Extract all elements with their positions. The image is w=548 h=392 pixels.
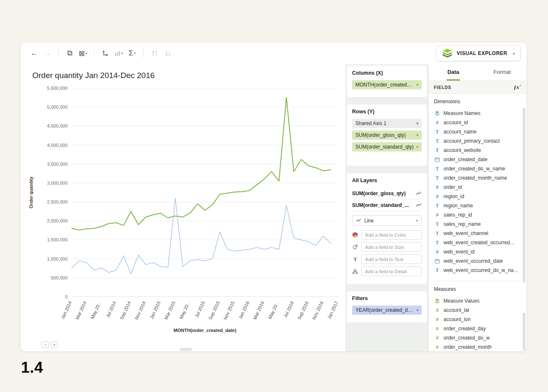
caret-down-icon: ▾ <box>416 308 418 312</box>
sort-descending-icon <box>165 50 171 56</box>
color-field-input[interactable] <box>361 230 422 240</box>
mark-type-select[interactable]: Line ▾ <box>352 215 422 226</box>
number-type-icon: # <box>434 185 441 190</box>
caret-down-icon: ▾ <box>416 219 418 223</box>
zoom-out-button[interactable]: − <box>42 341 49 348</box>
svg-text:Nov 2016: Nov 2016 <box>311 301 324 321</box>
layer-label: SUM(order_gloss_qty) <box>352 191 406 196</box>
clear-button[interactable]: ⊠ ▾ <box>76 47 90 60</box>
text-field-input[interactable] <box>361 254 422 264</box>
pill-label: MONTH(order_created_d... <box>355 82 414 88</box>
svg-text:0: 0 <box>65 294 68 299</box>
field-label: sales_rep_id <box>444 212 472 218</box>
field-item[interactable]: Tweb_event_created_occurred... <box>434 238 522 247</box>
svg-text:500,000: 500,000 <box>51 275 68 280</box>
field-item[interactable]: #order_created_do_w <box>434 333 522 342</box>
caret-down-icon: ▾ <box>134 51 136 55</box>
svg-text:3,000,000: 3,000,000 <box>47 180 68 186</box>
detail-field-input[interactable] <box>361 267 422 276</box>
sigma-icon: Σ <box>128 49 133 57</box>
layer-item-standard[interactable]: SUM(order_standard_... <box>352 199 422 211</box>
number-type-icon: # <box>434 345 441 350</box>
field-item[interactable]: #order_id <box>434 183 522 192</box>
field-item[interactable]: Tweb_event_channel <box>434 229 522 238</box>
scrollbar-thumb[interactable] <box>523 313 525 350</box>
field-item[interactable]: #region_id <box>434 192 522 201</box>
field-item[interactable]: #account_id <box>434 118 522 127</box>
mark-type-value: Line <box>364 218 374 224</box>
field-item[interactable]: #account_lon <box>434 315 522 324</box>
sort-descending-button[interactable] <box>161 47 175 60</box>
pane-resize-handle[interactable] <box>180 348 192 351</box>
text-encoding-row: T <box>352 254 422 264</box>
fit-axes-button[interactable]: ▾ <box>112 47 125 60</box>
rows-pill-sum-order-gloss-qty[interactable]: SUM(order_gloss_qty) ▾ <box>352 131 422 140</box>
field-item[interactable]: Tsales_rep_name <box>434 220 522 229</box>
field-item[interactable]: Torder_created_month_name <box>434 173 522 183</box>
field-item[interactable]: #web_event_id <box>434 247 522 256</box>
swap-axes-button[interactable] <box>99 47 112 60</box>
field-item[interactable]: #sales_rep_id <box>434 210 522 220</box>
columns-shelf: Columns (X) MONTH(order_created_d... ▾ <box>347 66 427 97</box>
filters-shelf: Filters YEAR(order_created_date) ▾ <box>347 291 427 322</box>
field-item[interactable]: #account_lat <box>434 306 522 315</box>
back-button[interactable]: ← <box>27 47 41 60</box>
field-item[interactable]: Tregion_name <box>434 201 522 210</box>
text-type-icon: T <box>434 203 441 209</box>
zoom-controls: − + <box>42 341 58 348</box>
duplicate-button[interactable]: ⧉ <box>63 47 76 60</box>
measure-values-icon <box>434 298 441 303</box>
visual-explorer-button[interactable]: VISUAL EXPLORER ▾ <box>436 45 521 61</box>
sort-ascending-button[interactable] <box>148 47 161 60</box>
field-item[interactable]: #order_created_month <box>434 342 522 351</box>
color-icon <box>352 232 358 238</box>
size-field-input[interactable] <box>361 242 422 252</box>
layer-item-gloss[interactable]: SUM(order_gloss_qty) <box>352 188 422 199</box>
field-item[interactable]: Taccount_website <box>434 146 522 155</box>
line-chart[interactable]: 0500,0001,000,0001,500,0002,000,0002,500… <box>27 84 344 335</box>
tab-data[interactable]: Data <box>429 64 478 81</box>
add-calculated-field-button[interactable]: ƒx+ <box>514 83 522 91</box>
number-type-icon: # <box>434 335 441 340</box>
line-mark-icon <box>356 219 361 222</box>
layer-label: SUM(order_standard_... <box>352 202 409 208</box>
version-label: 1.4 <box>21 359 43 376</box>
field-item[interactable]: web_event_occurred_date <box>434 256 522 266</box>
field-item[interactable]: Tweb_event_occurred_do_w_na... <box>434 266 522 275</box>
field-item[interactable]: Measure Names <box>434 109 522 118</box>
field-label: web_event_id <box>444 249 475 255</box>
field-item[interactable]: #order_created_day <box>434 324 522 333</box>
field-item[interactable]: Measure Values <box>434 296 522 306</box>
field-item[interactable]: Taccount_primary_contact <box>434 136 522 146</box>
zoom-in-button[interactable]: + <box>51 341 58 348</box>
field-item[interactable]: Torder_created_do_w_name <box>434 164 522 173</box>
field-label: web_event_occurred_do_w_na... <box>444 267 518 273</box>
rows-pill-sum-order-standard-qty[interactable]: SUM(order_standard_qty) ▾ <box>352 142 422 152</box>
field-item[interactable]: order_created_date <box>434 155 522 164</box>
date-type-icon <box>434 259 441 264</box>
visual-explorer-window: ← → ⧉ ⊠ ▾ ▾ Σ ▾ <box>20 42 527 352</box>
tab-format[interactable]: Format <box>478 64 527 81</box>
rows-shelf-title: Rows (Y) <box>352 109 422 115</box>
shared-axis-selector[interactable]: Shared Axis 1 ▾ <box>352 119 422 128</box>
fields-header: FIELDS ƒx+ <box>429 81 527 94</box>
detail-encoding-row <box>352 267 422 276</box>
rows-shelf-drop-area[interactable] <box>352 154 422 161</box>
svg-text:Jan 2014: Jan 2014 <box>60 301 73 320</box>
pill-label: SUM(order_standard_qty) <box>355 144 414 150</box>
svg-text:May 20...: May 20... <box>178 301 191 320</box>
columns-pill-month-order-created-date[interactable]: MONTH(order_created_d... ▾ <box>352 80 422 89</box>
field-item[interactable]: Taccount_name <box>434 127 522 136</box>
number-type-icon: # <box>434 120 441 125</box>
text-type-icon: T <box>434 267 441 274</box>
detail-icon <box>352 269 358 274</box>
filter-pill-year-order-created-date[interactable]: YEAR(order_created_date) ▾ <box>352 306 422 315</box>
field-label: order_created_month <box>444 344 492 350</box>
scrollbar-thumb[interactable] <box>523 107 525 283</box>
aggregate-button[interactable]: Σ ▾ <box>125 47 139 60</box>
field-label: order_created_date <box>444 157 488 162</box>
text-type-icon: T <box>434 221 441 227</box>
svg-text:Nov 2014: Nov 2014 <box>133 301 146 321</box>
forward-button[interactable]: → <box>41 47 54 60</box>
caret-down-icon: ▾ <box>86 51 88 55</box>
